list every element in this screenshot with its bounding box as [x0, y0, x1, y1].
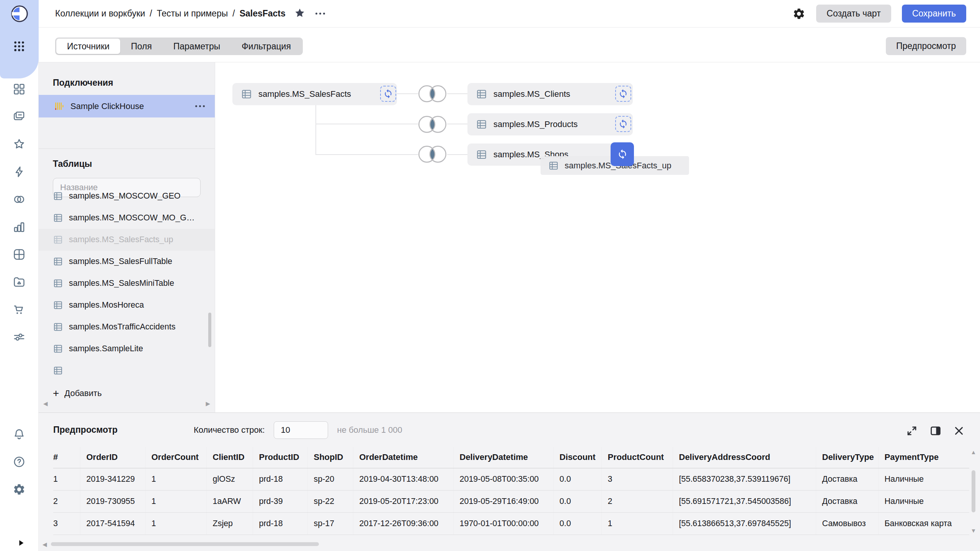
cell: prd-39	[253, 490, 307, 512]
nav-charts-icon[interactable]	[13, 220, 26, 233]
nav-connections-icon[interactable]	[13, 165, 26, 178]
scrollbar-thumb[interactable]	[972, 470, 975, 512]
save-button[interactable]: Сохранить	[902, 5, 966, 23]
table-list-item[interactable]: samples.MS_SalesFullTable	[39, 251, 215, 272]
preview-vertical-scrollbar[interactable]: ▲ ▼	[969, 447, 978, 536]
preview-toggle-button[interactable]: Предпросмотр	[886, 37, 966, 55]
cell: 1	[145, 512, 206, 535]
add-table-button[interactable]: + Добавить	[53, 385, 102, 402]
preview-title: Предпросмотр	[53, 425, 118, 435]
connector-line	[315, 105, 316, 155]
help-icon[interactable]	[13, 455, 26, 468]
cell: 1	[53, 468, 80, 490]
preview-horizontal-scrollbar[interactable]: ◀	[39, 539, 980, 549]
table-icon	[53, 191, 63, 201]
breadcrumb-collections[interactable]: Коллекции и воркбуки	[55, 8, 145, 19]
apps-grid-icon[interactable]	[13, 40, 26, 53]
tab-fields[interactable]: Поля	[120, 39, 163, 54]
preview-panel: Предпросмотр Количество строк: не больше…	[39, 412, 980, 551]
join-inner-icon[interactable]	[418, 116, 447, 133]
dataset-tabs: Источники Поля Параметры Фильтрация	[55, 37, 303, 55]
rail-settings-icon[interactable]	[13, 483, 26, 496]
scroll-down-icon[interactable]: ▼	[971, 528, 977, 533]
column-header: ProductCount	[601, 447, 673, 468]
more-actions-icon[interactable]	[315, 13, 325, 15]
connector-line	[315, 124, 418, 124]
connector-line	[447, 93, 467, 94]
refresh-source-button[interactable]	[615, 116, 631, 132]
close-preview-icon[interactable]	[952, 424, 965, 437]
connection-more-icon[interactable]	[195, 105, 205, 107]
cell: 1	[145, 490, 206, 512]
cell: 2019-341229	[80, 468, 145, 490]
table-icon	[53, 300, 63, 310]
scroll-right-icon[interactable]: ▶	[206, 401, 210, 406]
cell: Самовывоз	[816, 512, 878, 535]
notifications-bell-icon[interactable]	[13, 428, 26, 441]
dataset-settings-gear-icon[interactable]	[792, 7, 805, 20]
nav-services-icon[interactable]	[13, 331, 26, 344]
nav-marketplace-icon[interactable]	[13, 303, 26, 316]
row-count-input[interactable]	[274, 421, 328, 439]
source-node-root[interactable]: samples.MS_SalesFacts	[232, 83, 397, 105]
panel-horizontal-scrollbar[interactable]: ◀ ▶	[39, 401, 215, 406]
refresh-source-button[interactable]	[615, 86, 631, 102]
collapse-panel-icon[interactable]	[17, 539, 25, 547]
create-chart-button[interactable]: Создать чарт	[816, 5, 891, 23]
tab-sources[interactable]: Источники	[56, 39, 120, 54]
table-list-item[interactable]: samples.SampleLite	[39, 338, 215, 360]
table-item-label: samples.MS_SalesFullTable	[69, 257, 172, 266]
tab-filtering[interactable]: Фильтрация	[231, 39, 302, 54]
expand-preview-icon[interactable]	[905, 424, 918, 437]
table-list-item[interactable]: samples.MosHoreca	[39, 294, 215, 316]
breadcrumb-workbook[interactable]: Тесты и примеры	[157, 8, 228, 19]
refresh-source-button[interactable]	[380, 86, 396, 102]
scroll-up-icon[interactable]: ▲	[971, 449, 977, 455]
split-view-icon[interactable]	[929, 424, 942, 437]
connection-item-selected[interactable]: Sample ClickHouse	[39, 95, 215, 117]
cell: Наличные	[878, 468, 974, 490]
preview-table: # OrderID OrderCount ClientID ProductID …	[39, 447, 980, 536]
table-list-item[interactable]: samples.MS_MOSCOW_MO_G…	[39, 207, 215, 229]
join-inner-icon[interactable]	[418, 145, 447, 163]
sources-side-panel: Подключения Sample ClickHouse Таблицы sa…	[39, 62, 215, 412]
scroll-left-icon[interactable]: ◀	[43, 401, 48, 406]
table-icon	[53, 235, 63, 245]
cell: [55.658370238,37.539119676]	[673, 468, 816, 490]
column-header: DeliveryType	[816, 447, 878, 468]
table-item-label: samples.SampleLite	[69, 344, 143, 354]
cell: 2017-541594	[80, 512, 145, 535]
top-bar: Коллекции и воркбуки / Тесты и примеры /…	[39, 0, 980, 28]
cell: 0.0	[553, 512, 601, 535]
nav-workbooks-icon[interactable]	[13, 110, 26, 123]
nav-favorites-icon[interactable]	[13, 138, 26, 151]
nav-datasets-icon[interactable]	[13, 193, 26, 206]
datalens-logo[interactable]	[10, 4, 29, 23]
table-list-item[interactable]: samples.MS_MOSCOW_GEO	[39, 191, 215, 207]
cell: 1	[601, 512, 673, 535]
nav-collections-icon[interactable]	[13, 83, 26, 96]
table-item-label: samples.MS_SalesMiniTable	[69, 279, 174, 288]
source-node-clients[interactable]: samples.MS_Clients	[467, 83, 633, 105]
cell: 3	[601, 468, 673, 490]
source-node-products[interactable]: samples.MS_Products	[467, 113, 633, 135]
tab-parameters[interactable]: Параметры	[163, 39, 231, 54]
tables-list-scrollbar[interactable]	[208, 313, 211, 347]
cell: 2019-05-20T17:23:00	[353, 490, 453, 512]
table-list-item-clipped[interactable]	[39, 360, 215, 377]
tables-list: samples.MS_MOSCOW_GEO samples.MS_MOSCOW_…	[39, 191, 215, 377]
scrollbar-thumb[interactable]	[51, 542, 319, 546]
table-list-item[interactable]: samples.MS_SalesMiniTable	[39, 272, 215, 294]
table-icon	[53, 365, 63, 376]
connector-line	[447, 124, 467, 124]
table-icon	[53, 256, 63, 267]
nav-dashboards-icon[interactable]	[13, 248, 26, 261]
favorite-star-icon[interactable]	[294, 7, 305, 20]
table-list-item[interactable]: samples.MosTrafficAccidents	[39, 316, 215, 338]
join-inner-icon[interactable]	[418, 85, 447, 103]
cell: prd-18	[253, 468, 307, 490]
nav-storage-icon[interactable]	[13, 276, 26, 289]
refresh-source-button-active[interactable]	[611, 142, 634, 166]
panel-divider	[39, 148, 215, 149]
scroll-left-icon[interactable]: ◀	[42, 541, 47, 547]
